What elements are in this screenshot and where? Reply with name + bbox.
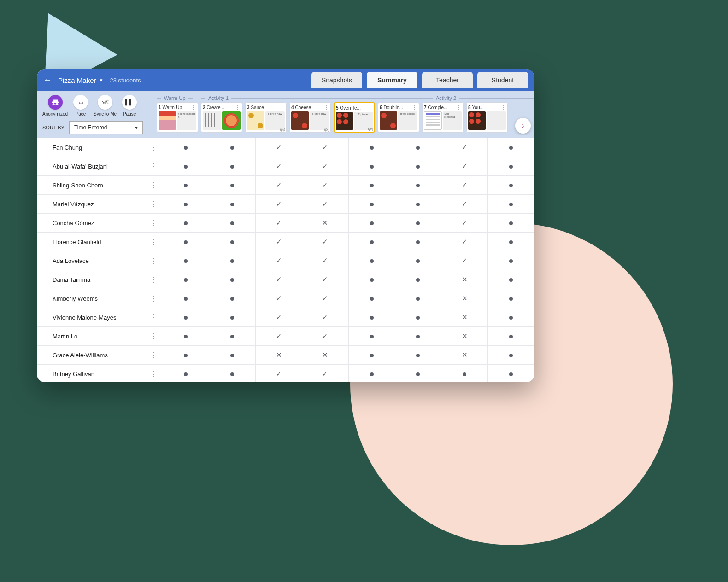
student-name-cell[interactable]: Martin Lo⋮ <box>37 327 163 346</box>
screen-card-7[interactable]: 7Comple...⋮ Ivan designed <box>422 102 464 133</box>
progress-cell[interactable] <box>209 195 256 214</box>
progress-cell[interactable] <box>163 157 209 176</box>
student-name-cell[interactable]: Kimberly Weems⋮ <box>37 289 163 308</box>
progress-cell[interactable] <box>209 157 256 176</box>
progress-cell[interactable] <box>163 289 209 308</box>
progress-cell[interactable]: ✓ <box>302 270 348 289</box>
more-icon[interactable]: ⋮ <box>150 370 157 378</box>
progress-cell[interactable] <box>163 327 209 346</box>
screen-card-5[interactable]: 5Oven Te...⋮ 2 pizzasf(x) <box>334 102 375 133</box>
student-name-cell[interactable]: Ada Lovelace⋮ <box>37 251 163 270</box>
progress-cell[interactable] <box>163 233 209 251</box>
more-icon[interactable]: ⋮ <box>500 104 506 111</box>
progress-cell[interactable]: ✓ <box>302 308 348 327</box>
progress-cell[interactable] <box>488 289 534 308</box>
student-name-cell[interactable]: Abu al-Wafa' Buzjani⋮ <box>37 157 163 176</box>
progress-cell[interactable]: ✕ <box>441 327 488 346</box>
more-icon[interactable]: ⋮ <box>456 104 462 111</box>
more-icon[interactable]: ⋮ <box>412 104 417 111</box>
progress-cell[interactable] <box>488 195 534 214</box>
progress-cell[interactable] <box>395 289 441 308</box>
progress-cell[interactable]: ✓ <box>441 138 488 157</box>
progress-cell[interactable] <box>163 308 209 327</box>
more-icon[interactable]: ⋮ <box>279 104 285 111</box>
progress-cell[interactable] <box>163 214 209 233</box>
progress-cell[interactable] <box>395 157 441 176</box>
more-icon[interactable]: ⋮ <box>150 351 157 360</box>
screen-card-1[interactable]: 1Warm-Up⋮ You're making a <box>157 102 198 133</box>
more-icon[interactable]: ⋮ <box>150 143 157 152</box>
progress-cell[interactable] <box>348 214 395 233</box>
progress-cell[interactable]: ✓ <box>256 289 302 308</box>
scroll-next-button[interactable]: › <box>515 118 531 134</box>
more-icon[interactable]: ⋮ <box>150 200 157 209</box>
progress-cell[interactable] <box>348 327 395 346</box>
student-name-cell[interactable]: Fan Chung⋮ <box>37 138 163 157</box>
progress-cell[interactable]: ✕ <box>441 289 488 308</box>
progress-cell[interactable]: ✕ <box>441 308 488 327</box>
progress-cell[interactable] <box>395 346 441 365</box>
progress-cell[interactable] <box>163 270 209 289</box>
progress-cell[interactable] <box>163 365 209 383</box>
lesson-title-dropdown[interactable]: Pizza Maker ▼ <box>58 76 103 84</box>
progress-cell[interactable]: ✓ <box>256 157 302 176</box>
progress-cell[interactable] <box>488 346 534 365</box>
control-pace[interactable]: ▭Pace <box>73 95 88 116</box>
progress-cell[interactable]: ✓ <box>302 365 348 383</box>
progress-cell[interactable]: ✓ <box>256 270 302 289</box>
progress-cell[interactable]: ✓ <box>302 176 348 195</box>
progress-cell[interactable] <box>348 176 395 195</box>
tab-teacher[interactable]: Teacher <box>422 72 473 88</box>
screen-card-2[interactable]: 2Create ...⋮ <box>201 102 242 133</box>
back-icon[interactable]: ← <box>43 76 52 85</box>
more-icon[interactable]: ⋮ <box>323 104 329 111</box>
more-icon[interactable]: ⋮ <box>150 332 157 341</box>
progress-cell[interactable] <box>488 157 534 176</box>
progress-cell[interactable] <box>348 251 395 270</box>
more-icon[interactable]: ⋮ <box>150 313 157 322</box>
tab-summary[interactable]: Summary <box>367 72 417 88</box>
progress-cell[interactable] <box>348 270 395 289</box>
progress-cell[interactable]: ✕ <box>441 270 488 289</box>
screen-card-4[interactable]: 4Cheese⋮ Here's howf(x) <box>289 102 331 133</box>
progress-cell[interactable] <box>395 176 441 195</box>
progress-cell[interactable]: ✓ <box>441 157 488 176</box>
progress-cell[interactable]: ✓ <box>302 289 348 308</box>
progress-cell[interactable] <box>163 195 209 214</box>
control-pause[interactable]: ▌▌Pause <box>122 95 137 116</box>
student-name-cell[interactable]: Shiing-Shen Chern⋮ <box>37 176 163 195</box>
student-grid[interactable]: Fan Chung⋮✓✓✓Abu al-Wafa' Buzjani⋮✓✓✓Shi… <box>37 138 534 382</box>
progress-cell[interactable] <box>348 195 395 214</box>
progress-cell[interactable] <box>488 138 534 157</box>
student-name-cell[interactable]: Concha Gómez⋮ <box>37 214 163 233</box>
progress-cell[interactable]: ✓ <box>256 138 302 157</box>
more-icon[interactable]: ⋮ <box>367 105 373 111</box>
student-name-cell[interactable]: Florence Glanfield⋮ <box>37 233 163 251</box>
progress-cell[interactable] <box>395 251 441 270</box>
progress-cell[interactable]: ✕ <box>441 346 488 365</box>
progress-cell[interactable]: ✓ <box>441 251 488 270</box>
progress-cell[interactable] <box>395 195 441 214</box>
tab-student[interactable]: Student <box>477 72 528 88</box>
progress-cell[interactable] <box>209 327 256 346</box>
progress-cell[interactable] <box>348 289 395 308</box>
more-icon[interactable]: ⋮ <box>191 104 196 111</box>
student-name-cell[interactable]: Britney Gallivan⋮ <box>37 365 163 383</box>
progress-cell[interactable]: ✓ <box>256 365 302 383</box>
progress-cell[interactable] <box>348 233 395 251</box>
sort-dropdown[interactable]: Time Entered ▾ <box>69 121 143 134</box>
progress-cell[interactable] <box>441 365 488 383</box>
student-name-cell[interactable]: Vivienne Malone-Mayes⋮ <box>37 308 163 327</box>
more-icon[interactable]: ⋮ <box>150 294 157 303</box>
more-icon[interactable]: ⋮ <box>150 219 157 227</box>
progress-cell[interactable] <box>395 214 441 233</box>
student-name-cell[interactable]: Grace Alele-Williams⋮ <box>37 346 163 365</box>
progress-cell[interactable]: ✓ <box>441 176 488 195</box>
progress-cell[interactable] <box>488 214 534 233</box>
control-anonymized[interactable]: Anonymized <box>42 95 68 116</box>
progress-cell[interactable]: ✓ <box>256 176 302 195</box>
progress-cell[interactable] <box>209 251 256 270</box>
progress-cell[interactable] <box>395 138 441 157</box>
progress-cell[interactable]: ✓ <box>256 233 302 251</box>
progress-cell[interactable] <box>209 289 256 308</box>
